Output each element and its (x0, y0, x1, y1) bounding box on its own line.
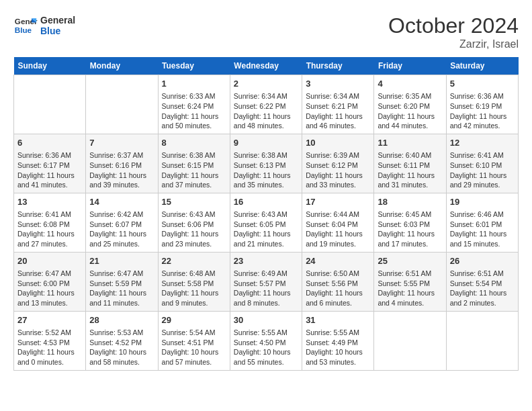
day-info: Sunrise: 6:48 AM Sunset: 5:58 PM Dayligh… (162, 269, 226, 308)
day-header: Wednesday (230, 57, 302, 75)
calendar-cell: 6Sunrise: 6:36 AM Sunset: 6:17 PM Daylig… (14, 134, 86, 193)
day-header: Monday (86, 57, 158, 75)
day-number: 3 (306, 78, 370, 90)
day-number: 14 (89, 196, 154, 208)
day-header: Sunday (14, 57, 86, 75)
day-info: Sunrise: 6:37 AM Sunset: 6:16 PM Dayligh… (89, 150, 154, 190)
month-title: October 2024 (388, 13, 519, 38)
day-number: 30 (234, 314, 298, 326)
day-info: Sunrise: 6:39 AM Sunset: 6:12 PM Dayligh… (306, 150, 370, 190)
calendar-cell: 25Sunrise: 6:51 AM Sunset: 5:55 PM Dayli… (374, 252, 446, 311)
day-info: Sunrise: 5:52 AM Sunset: 4:53 PM Dayligh… (17, 328, 82, 367)
day-number: 26 (450, 255, 515, 267)
day-number: 16 (234, 196, 298, 208)
calendar-cell: 7Sunrise: 6:37 AM Sunset: 6:16 PM Daylig… (86, 134, 158, 193)
day-info: Sunrise: 6:45 AM Sunset: 6:03 PM Dayligh… (378, 210, 442, 249)
calendar-cell: 12Sunrise: 6:41 AM Sunset: 6:10 PM Dayli… (446, 134, 518, 193)
calendar-week: 13Sunrise: 6:41 AM Sunset: 6:08 PM Dayli… (14, 193, 519, 252)
day-number: 31 (306, 314, 370, 326)
day-number: 21 (89, 255, 154, 267)
calendar-table: SundayMondayTuesdayWednesdayThursdayFrid… (13, 57, 519, 371)
calendar-cell: 30Sunrise: 5:55 AM Sunset: 4:50 PM Dayli… (230, 311, 302, 370)
day-info: Sunrise: 6:43 AM Sunset: 6:05 PM Dayligh… (234, 210, 298, 249)
day-number: 19 (450, 196, 515, 208)
day-info: Sunrise: 6:44 AM Sunset: 6:04 PM Dayligh… (306, 210, 370, 249)
day-info: Sunrise: 6:51 AM Sunset: 5:55 PM Dayligh… (378, 269, 442, 308)
calendar-header: SundayMondayTuesdayWednesdayThursdayFrid… (14, 57, 519, 75)
calendar-cell: 19Sunrise: 6:46 AM Sunset: 6:01 PM Dayli… (446, 193, 518, 252)
logo: General Blue General Blue (13, 13, 75, 38)
calendar-cell: 26Sunrise: 6:51 AM Sunset: 5:54 PM Dayli… (446, 252, 518, 311)
day-number: 22 (162, 255, 226, 267)
day-info: Sunrise: 6:36 AM Sunset: 6:19 PM Dayligh… (450, 91, 515, 131)
day-number: 12 (450, 137, 515, 149)
location: Zarzir, Israel (388, 38, 519, 50)
calendar-cell: 17Sunrise: 6:44 AM Sunset: 6:04 PM Dayli… (302, 193, 374, 252)
day-number: 27 (17, 314, 82, 326)
day-info: Sunrise: 6:34 AM Sunset: 6:22 PM Dayligh… (234, 91, 298, 131)
day-header: Friday (374, 57, 446, 75)
day-info: Sunrise: 6:38 AM Sunset: 6:15 PM Dayligh… (162, 150, 226, 190)
calendar-cell: 29Sunrise: 5:54 AM Sunset: 4:51 PM Dayli… (158, 311, 230, 370)
calendar-cell: 23Sunrise: 6:49 AM Sunset: 5:57 PM Dayli… (230, 252, 302, 311)
calendar-cell: 31Sunrise: 5:55 AM Sunset: 4:49 PM Dayli… (302, 311, 374, 370)
day-info: Sunrise: 6:36 AM Sunset: 6:17 PM Dayligh… (17, 150, 82, 190)
calendar-week: 27Sunrise: 5:52 AM Sunset: 4:53 PM Dayli… (14, 311, 519, 370)
svg-text:Blue: Blue (15, 26, 32, 34)
calendar-cell (446, 311, 518, 370)
calendar-cell: 24Sunrise: 6:50 AM Sunset: 5:56 PM Dayli… (302, 252, 374, 311)
day-number: 5 (450, 78, 515, 90)
calendar-cell: 28Sunrise: 5:53 AM Sunset: 4:52 PM Dayli… (86, 311, 158, 370)
day-info: Sunrise: 6:41 AM Sunset: 6:10 PM Dayligh… (450, 150, 515, 190)
calendar-cell: 4Sunrise: 6:35 AM Sunset: 6:20 PM Daylig… (374, 75, 446, 134)
day-header: Tuesday (158, 57, 230, 75)
calendar-cell: 5Sunrise: 6:36 AM Sunset: 6:19 PM Daylig… (446, 75, 518, 134)
day-info: Sunrise: 5:53 AM Sunset: 4:52 PM Dayligh… (89, 328, 154, 367)
calendar-week: 6Sunrise: 6:36 AM Sunset: 6:17 PM Daylig… (14, 134, 519, 193)
day-info: Sunrise: 5:54 AM Sunset: 4:51 PM Dayligh… (162, 328, 226, 367)
day-number: 18 (378, 196, 442, 208)
calendar-cell: 18Sunrise: 6:45 AM Sunset: 6:03 PM Dayli… (374, 193, 446, 252)
day-number: 15 (162, 196, 226, 208)
logo-icon: General Blue (13, 13, 38, 38)
day-number: 20 (17, 255, 82, 267)
day-number: 6 (17, 137, 82, 149)
calendar-cell: 8Sunrise: 6:38 AM Sunset: 6:15 PM Daylig… (158, 134, 230, 193)
calendar-cell (374, 311, 446, 370)
day-info: Sunrise: 6:35 AM Sunset: 6:20 PM Dayligh… (378, 91, 442, 131)
day-number: 25 (378, 255, 442, 267)
calendar-cell: 2Sunrise: 6:34 AM Sunset: 6:22 PM Daylig… (230, 75, 302, 134)
day-number: 8 (162, 137, 226, 149)
day-number: 29 (162, 314, 226, 326)
day-number: 23 (234, 255, 298, 267)
calendar-week: 20Sunrise: 6:47 AM Sunset: 6:00 PM Dayli… (14, 252, 519, 311)
calendar-cell: 21Sunrise: 6:47 AM Sunset: 5:59 PM Dayli… (86, 252, 158, 311)
day-number: 17 (306, 196, 370, 208)
day-info: Sunrise: 6:42 AM Sunset: 6:07 PM Dayligh… (89, 210, 154, 249)
calendar-cell: 13Sunrise: 6:41 AM Sunset: 6:08 PM Dayli… (14, 193, 86, 252)
day-number: 1 (162, 78, 226, 90)
calendar-cell (14, 75, 86, 134)
day-info: Sunrise: 6:51 AM Sunset: 5:54 PM Dayligh… (450, 269, 515, 308)
day-info: Sunrise: 5:55 AM Sunset: 4:50 PM Dayligh… (234, 328, 298, 367)
day-number: 7 (89, 137, 154, 149)
day-number: 9 (234, 137, 298, 149)
day-info: Sunrise: 6:47 AM Sunset: 6:00 PM Dayligh… (17, 269, 82, 308)
calendar-cell: 11Sunrise: 6:40 AM Sunset: 6:11 PM Dayli… (374, 134, 446, 193)
calendar-week: 1Sunrise: 6:33 AM Sunset: 6:24 PM Daylig… (14, 75, 519, 134)
day-number: 28 (89, 314, 154, 326)
day-number: 2 (234, 78, 298, 90)
logo-line1: General (40, 15, 75, 26)
calendar-cell: 10Sunrise: 6:39 AM Sunset: 6:12 PM Dayli… (302, 134, 374, 193)
day-info: Sunrise: 6:46 AM Sunset: 6:01 PM Dayligh… (450, 210, 515, 249)
page-header: General Blue General Blue October 2024 Z… (13, 13, 519, 50)
day-info: Sunrise: 6:49 AM Sunset: 5:57 PM Dayligh… (234, 269, 298, 308)
day-info: Sunrise: 6:40 AM Sunset: 6:11 PM Dayligh… (378, 150, 442, 190)
day-info: Sunrise: 6:47 AM Sunset: 5:59 PM Dayligh… (89, 269, 154, 308)
calendar-cell: 9Sunrise: 6:38 AM Sunset: 6:13 PM Daylig… (230, 134, 302, 193)
calendar-cell: 16Sunrise: 6:43 AM Sunset: 6:05 PM Dayli… (230, 193, 302, 252)
day-header: Saturday (446, 57, 518, 75)
day-number: 24 (306, 255, 370, 267)
day-info: Sunrise: 6:50 AM Sunset: 5:56 PM Dayligh… (306, 269, 370, 308)
calendar-cell: 22Sunrise: 6:48 AM Sunset: 5:58 PM Dayli… (158, 252, 230, 311)
